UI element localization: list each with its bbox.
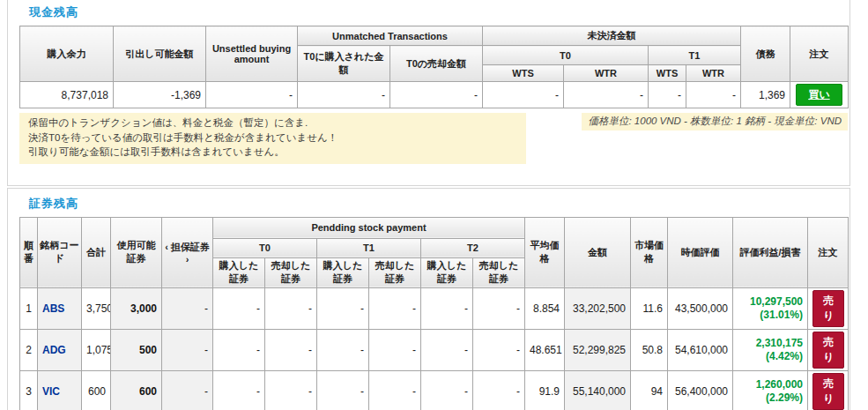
cash-order-cell: 買い	[790, 82, 849, 108]
stock-row-available: 600	[111, 370, 162, 410]
cash-header-t1-wtr: WTR	[686, 65, 741, 82]
cash-note-line-2: 決済T0を待っている値の取引は手数料と税金が含まれていません！	[28, 130, 517, 145]
stock-header-market-value: 時価評価	[668, 217, 733, 287]
stock-row-symbol[interactable]: ADG	[38, 329, 82, 370]
profit-value: 10,297,500	[738, 295, 803, 309]
stock-row-t0-bought: -	[213, 287, 265, 329]
stock-header-t1-sold: 売却した証券	[369, 257, 421, 287]
stock-row-collateral: -	[162, 370, 213, 410]
stock-header-profit: 評価利益/損害	[733, 217, 808, 287]
stock-row-market-price: 11.6	[631, 287, 668, 329]
units-note: 価格単位: 1000 VND - 株数単位: 1 銘柄 - 現金単位: VND	[582, 113, 848, 130]
stock-header-t1: T1	[317, 238, 421, 257]
stock-table-row: 3 VIC 600 600 - - - - - - - 91.9 55,140,…	[20, 370, 849, 410]
cash-value-t1-wtr: -	[686, 82, 741, 108]
stock-row-total: 1,075	[82, 329, 111, 370]
cash-header-t0-sold: T0の売却金額	[390, 46, 483, 82]
stock-row-amount: 33,202,500	[565, 287, 631, 329]
cash-value-t0-bought: -	[298, 82, 390, 108]
stock-row-t2-bought: -	[421, 287, 473, 329]
cash-header-buying-power: 購入余力	[20, 26, 114, 82]
stock-row-market-value: 56,400,000	[668, 370, 733, 410]
stock-header-t2: T2	[421, 238, 525, 257]
cash-value-t0-wts: -	[483, 82, 564, 108]
stock-header-t0-sold: 売却した証券	[265, 257, 317, 287]
stock-header-t0: T0	[213, 238, 317, 257]
stock-row-t0-sold: -	[265, 287, 317, 329]
stock-row-t1-bought: -	[317, 370, 369, 410]
stock-header-total: 合計	[82, 217, 111, 287]
cash-header-t1-wts: WTS	[649, 65, 686, 82]
stock-header-no: 順番	[20, 217, 38, 287]
stock-row-t2-bought: -	[421, 329, 473, 370]
stock-row-market-price: 94	[631, 370, 668, 410]
stock-row-order-cell: 売り	[808, 370, 849, 410]
stock-row-t1-sold: -	[369, 287, 421, 329]
cash-header-t0-wts: WTS	[483, 65, 564, 82]
stock-row-t0-bought: -	[213, 329, 265, 370]
stock-row-market-value: 54,610,000	[668, 329, 733, 370]
stock-table-row: 1 ABS 3,750 3,000 - - - - - - - 8.854 33…	[20, 287, 849, 329]
stock-section-title: 証券残高	[29, 196, 849, 212]
stock-row-t0-sold: -	[265, 370, 317, 410]
stock-row-symbol[interactable]: VIC	[38, 370, 82, 410]
stock-header-t0-bought: 購入した証券	[213, 257, 265, 287]
stock-row-t2-sold: -	[473, 329, 525, 370]
profit-percent: (2.29%)	[738, 391, 803, 405]
cash-header-unsettled-amount: 未決済金額	[483, 26, 741, 46]
stock-row-t2-bought: -	[421, 370, 473, 410]
stock-row-index: 2	[20, 329, 38, 370]
stock-row-available: 3,000	[111, 287, 162, 329]
sell-button[interactable]: 売り	[812, 290, 844, 327]
stock-row-t2-sold: -	[473, 287, 525, 329]
stock-row-t1-bought: -	[317, 329, 369, 370]
profit-value: 1,260,000	[738, 378, 803, 391]
stock-row-profit: 2,310,175 (4.42%)	[733, 329, 808, 370]
stock-row-amount: 55,140,000	[565, 370, 631, 410]
stock-header-available: 使用可能証券	[111, 217, 162, 287]
stock-header-avg-price: 平均価格	[525, 217, 565, 287]
stock-header-t2-sold: 売却した証券	[473, 257, 525, 287]
stock-balance-section: 証券残高 順番 銘柄コード 合計 使用可能証券 ‹ 担保証券 › Penddin…	[7, 188, 850, 410]
stock-balance-table: 順番 銘柄コード 合計 使用可能証券 ‹ 担保証券 › Pendding sto…	[19, 217, 849, 410]
stock-row-avg-price: 8.854	[525, 287, 565, 329]
stock-row-t1-sold: -	[369, 329, 421, 370]
stock-row-t0-bought: -	[213, 370, 265, 410]
cash-section-title: 現金残高	[29, 4, 849, 20]
stock-row-index: 1	[20, 287, 38, 329]
cash-value-t0-sold: -	[390, 82, 483, 108]
cash-balance-table: 購入余力 引出し可能金額 Unsettled buying amount Unm…	[19, 26, 849, 108]
stock-row-avg-price: 48.651	[525, 329, 565, 370]
stock-row-profit: 1,260,000 (2.29%)	[733, 370, 808, 410]
cash-balance-section: 現金残高 購入余力 引出し可能金額 Unsettled buying amoun…	[7, 0, 850, 186]
stock-row-t2-sold: -	[473, 370, 525, 410]
stock-header-order: 注文	[808, 217, 849, 287]
stock-row-order-cell: 売り	[808, 329, 849, 370]
cash-header-unmatched-transactions: Unmatched Transactions	[298, 26, 483, 46]
stock-header-symbol: 銘柄コード	[38, 217, 82, 287]
sell-button[interactable]: 売り	[812, 332, 844, 369]
cash-header-unsettled-buying: Unsettled buying amount	[206, 26, 298, 82]
cash-header-t0-bought: T0に購入された金額	[298, 46, 390, 82]
stock-row-t1-bought: -	[317, 287, 369, 329]
stock-row-symbol[interactable]: ABS	[38, 287, 82, 329]
stock-header-amount: 金額	[565, 217, 631, 287]
cash-value-t1-wts: -	[649, 82, 686, 108]
profit-percent: (31.01%)	[738, 309, 803, 322]
stock-row-available: 500	[111, 329, 162, 370]
stock-header-t1-bought: 購入した証券	[317, 257, 369, 287]
stock-header-pending-payment: Pendding stock payment	[213, 217, 525, 238]
cash-value-t0-wtr: -	[564, 82, 649, 108]
cash-value-debt: 1,369	[741, 82, 790, 108]
stock-header-market-price: 市場価格	[631, 217, 668, 287]
cash-header-debt: 債務	[741, 26, 790, 82]
stock-row-collateral: -	[162, 287, 213, 329]
sell-button[interactable]: 売り	[812, 373, 844, 410]
buy-button[interactable]: 買い	[796, 84, 842, 106]
stock-row-amount: 52,299,825	[565, 329, 631, 370]
stock-row-total: 600	[82, 370, 111, 410]
stock-row-index: 3	[20, 370, 38, 410]
cash-header-t0-wtr: WTR	[564, 65, 649, 82]
stock-header-collateral: ‹ 担保証券 ›	[162, 217, 213, 287]
cash-notes-area: 保留中のトランザクション値は、料金と税金（暫定）に含ま. 決済T0を待っている値…	[19, 113, 848, 164]
